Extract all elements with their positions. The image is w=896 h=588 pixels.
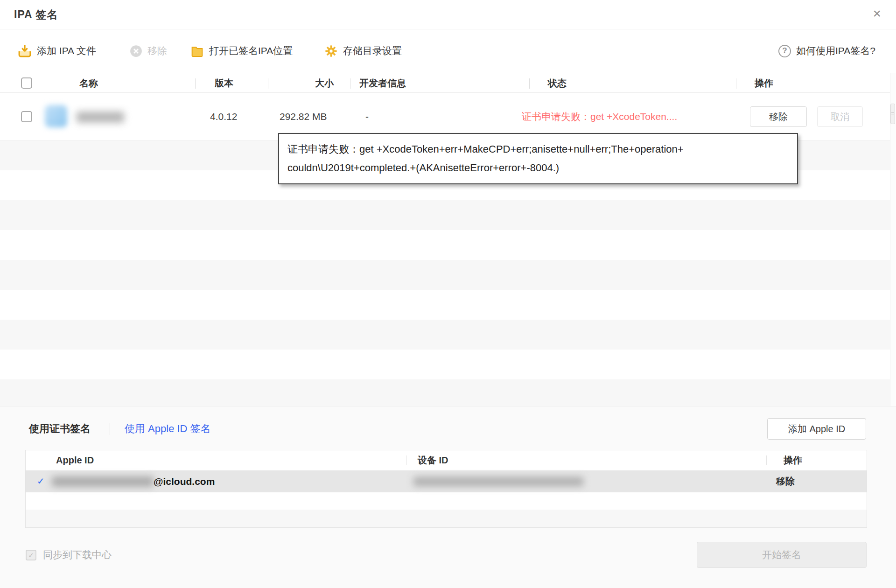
device-id-blurred [413, 477, 583, 486]
app-icon-blurred [45, 105, 67, 127]
folder-icon [190, 44, 204, 58]
error-tooltip-line2: couldn\U2019t+completed.+(AKAnisetteErro… [287, 159, 789, 177]
dialog-title: IPA 签名 [14, 0, 58, 29]
select-all-checkbox[interactable] [21, 77, 32, 89]
remove-label: 移除 [147, 44, 167, 57]
tab-apple-id-signing[interactable]: 使用 Apple ID 签名 [125, 418, 211, 439]
help-button[interactable]: ? 如何使用IPA签名? [778, 29, 875, 72]
empty-row-stripe [26, 510, 867, 527]
dialog-title-bar: IPA 签名 × [0, 0, 896, 29]
apple-id-row-selected[interactable]: ✓ @icloud.com 移除 [26, 470, 867, 492]
storage-settings-label: 存储目录设置 [343, 44, 402, 57]
help-label: 如何使用IPA签名? [796, 44, 875, 57]
start-signing-button[interactable]: 开始签名 [697, 542, 867, 568]
row-checkbox[interactable] [21, 111, 32, 122]
tab-divider [110, 423, 110, 435]
column-divider [195, 78, 196, 89]
remove-button[interactable]: 移除 [130, 29, 167, 72]
tab-certificate-signing[interactable]: 使用证书签名 [29, 418, 91, 439]
open-signed-location-button[interactable]: 打开已签名IPA位置 [190, 29, 293, 72]
column-header-name: 名称 [79, 74, 98, 92]
apple-id-email-suffix: @icloud.com [154, 470, 215, 492]
column-header-size: 大小 [315, 74, 334, 92]
open-signed-location-label: 打开已签名IPA位置 [209, 44, 293, 57]
apple-id-column-header: Apple ID [56, 450, 94, 470]
column-divider [736, 78, 736, 89]
storage-settings-button[interactable]: 存储目录设置 [324, 29, 402, 72]
column-header-status: 状态 [548, 74, 567, 92]
ipa-table-header: 名称 版本 大小 开发者信息 状态 操作 [0, 74, 890, 93]
sync-checkbox-checked-disabled[interactable]: ✓ [26, 550, 36, 560]
scrollbar-thumb[interactable] [890, 104, 895, 124]
apple-id-email-blurred [52, 476, 154, 487]
remove-circle-icon [130, 45, 142, 57]
column-header-action: 操作 [755, 74, 773, 92]
column-divider [268, 78, 268, 89]
column-divider [529, 78, 530, 89]
add-ipa-button[interactable]: 添加 IPA 文件 [18, 29, 96, 72]
signing-panel: 使用证书签名 使用 Apple ID 签名 添加 Apple ID Apple … [0, 406, 896, 588]
error-tooltip-line1: 证书申请失败：get +XcodeToken+err+MakeCPD+err;a… [287, 140, 789, 159]
row-remove-button[interactable]: 移除 [750, 106, 807, 127]
row-cancel-button[interactable]: 取消 [817, 106, 863, 127]
error-tooltip: 证书申请失败：get +XcodeToken+err+MakeCPD+err;a… [278, 133, 798, 184]
sync-checkbox-label: 同步到下载中心 [43, 548, 112, 562]
column-header-developer: 开发者信息 [359, 74, 406, 92]
column-divider [350, 78, 350, 89]
close-icon[interactable]: × [870, 0, 884, 28]
add-ipa-icon [18, 44, 32, 58]
check-icon: ✓ [37, 470, 45, 492]
column-divider [406, 455, 407, 465]
row-version: 4.0.12 [210, 93, 237, 140]
column-header-version: 版本 [215, 74, 233, 92]
add-ipa-label: 添加 IPA 文件 [37, 44, 96, 57]
device-id-column-header: 设备 ID [418, 450, 448, 470]
apple-id-table: Apple ID 设备 ID 操作 ✓ @icloud.com 移除 [25, 450, 867, 528]
column-divider [766, 455, 767, 465]
app-name-blurred [77, 112, 124, 123]
apple-id-remove-action[interactable]: 移除 [776, 470, 795, 492]
add-apple-id-button[interactable]: 添加 Apple ID [767, 418, 866, 440]
action-column-header: 操作 [784, 450, 802, 470]
question-mark-icon: ? [778, 45, 791, 57]
gear-icon [324, 44, 338, 58]
